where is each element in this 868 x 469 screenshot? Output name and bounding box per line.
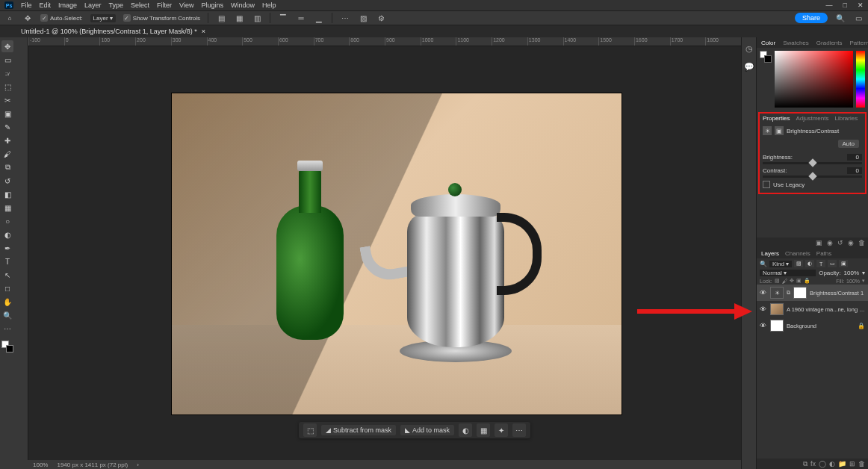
close-tab-icon[interactable]: × bbox=[202, 28, 205, 35]
mask-add-icon[interactable]: ◯ bbox=[819, 460, 826, 468]
fill-value[interactable]: 100% bbox=[846, 279, 860, 284]
align-top-icon[interactable]: ▔ bbox=[278, 13, 288, 23]
artboard[interactable] bbox=[172, 93, 621, 414]
menu-type[interactable]: Type bbox=[109, 1, 124, 9]
layer-mask-thumb[interactable] bbox=[793, 287, 807, 299]
subtract-from-mask-button[interactable]: ◢ Subtract from mask bbox=[321, 425, 396, 435]
lock-icon[interactable]: 🔒 bbox=[858, 323, 865, 329]
tab-adjustments[interactable]: Adjustments bbox=[796, 115, 828, 122]
workspace-icon[interactable]: ▭ bbox=[853, 13, 864, 23]
filter-pixel-icon[interactable]: ▨ bbox=[794, 260, 803, 267]
link-icon[interactable]: ⧉ bbox=[787, 290, 790, 296]
filter-adjust-icon[interactable]: ◐ bbox=[805, 260, 814, 267]
lock-image-icon[interactable]: 🖌 bbox=[782, 279, 787, 284]
lock-artboard-icon[interactable]: ▣ bbox=[796, 278, 802, 284]
visibility-toggle-icon[interactable]: 👁 bbox=[760, 322, 767, 329]
path-tool[interactable]: ↖ bbox=[1, 269, 13, 281]
window-maximize-icon[interactable]: □ bbox=[843, 1, 847, 9]
menu-view[interactable]: View bbox=[179, 1, 193, 9]
move-tool[interactable]: ✥ bbox=[1, 40, 13, 52]
contrast-value[interactable]: 0 bbox=[847, 167, 862, 174]
clip-icon[interactable]: ▣ bbox=[816, 239, 822, 246]
dodge-tool[interactable]: ◐ bbox=[1, 229, 13, 240]
tab-layers[interactable]: Layers bbox=[761, 250, 779, 257]
brush-tool[interactable]: 🖌 bbox=[1, 148, 13, 160]
filter-kind-select[interactable]: Kind ▾ bbox=[769, 261, 792, 267]
blur-tool[interactable]: ○ bbox=[1, 215, 13, 227]
filter-shape-icon[interactable]: ▭ bbox=[828, 260, 837, 267]
status-chevron-icon[interactable]: › bbox=[137, 462, 139, 468]
trash-icon[interactable]: 🗑 bbox=[858, 239, 865, 246]
home-icon[interactable]: ⌂ bbox=[4, 13, 15, 23]
menu-filter[interactable]: Filter bbox=[157, 1, 172, 9]
more-icon[interactable]: ⋯ bbox=[512, 423, 526, 437]
tab-paths[interactable]: Paths bbox=[816, 250, 831, 257]
select-subject-icon[interactable]: ⬚ bbox=[303, 423, 317, 437]
filter-smart-icon[interactable]: ▣ bbox=[839, 260, 848, 267]
comments-panel-icon[interactable]: 💬 bbox=[744, 61, 754, 72]
show-transform-checkbox[interactable]: Show Transform Controls bbox=[123, 14, 200, 22]
color-swatch[interactable] bbox=[1, 341, 13, 352]
menu-select[interactable]: Select bbox=[131, 1, 149, 9]
clone-tool[interactable]: ⧉ bbox=[1, 161, 13, 173]
menu-plugins[interactable]: Plugins bbox=[201, 1, 223, 9]
auto-button[interactable]: Auto bbox=[838, 140, 859, 148]
lock-all-icon[interactable]: 🔒 bbox=[804, 278, 810, 284]
blend-mode-select[interactable]: Normal ▾ bbox=[760, 270, 816, 276]
history-brush-tool[interactable]: ↺ bbox=[1, 175, 13, 187]
reset-icon[interactable]: ↺ bbox=[837, 239, 843, 246]
auto-select-target[interactable]: Layer ▾ bbox=[90, 14, 116, 22]
search-icon[interactable]: 🔍 bbox=[835, 13, 846, 23]
marquee-tool[interactable]: ▭ bbox=[1, 54, 13, 66]
use-legacy-checkbox[interactable]: Use Legacy bbox=[763, 181, 862, 188]
align-left-icon[interactable]: ▤ bbox=[216, 13, 226, 23]
layer-image[interactable]: 👁 A 1960 vintage ma...ne, long shadows bbox=[757, 301, 868, 317]
menu-window[interactable]: Window bbox=[231, 1, 255, 9]
gradient-tool[interactable]: ▦ bbox=[1, 202, 13, 214]
fx-icon[interactable]: fx bbox=[810, 460, 816, 468]
share-button[interactable]: Share bbox=[795, 13, 828, 23]
view-previous-icon[interactable]: ◉ bbox=[827, 239, 833, 246]
visibility-toggle-icon[interactable]: 👁 bbox=[760, 305, 767, 313]
invert-mask-icon[interactable]: ◐ bbox=[459, 423, 472, 437]
layer-name[interactable]: Brightness/Contrast 1 bbox=[810, 290, 865, 296]
new-layer-icon[interactable]: ⊞ bbox=[849, 460, 855, 468]
type-tool[interactable]: T bbox=[1, 255, 13, 267]
zoom-level[interactable]: 100% bbox=[33, 462, 48, 468]
auto-select-checkbox[interactable]: Auto-Select: bbox=[40, 14, 83, 22]
shape-tool[interactable]: □ bbox=[1, 282, 13, 294]
image-layer-thumb[interactable] bbox=[770, 303, 784, 315]
history-panel-icon[interactable]: ◷ bbox=[744, 43, 754, 54]
fg-bg-mini-swatch[interactable] bbox=[760, 51, 772, 63]
menu-file[interactable]: File bbox=[21, 1, 32, 9]
canvas-area[interactable]: -100010020030040050060070080090010001100… bbox=[15, 37, 741, 469]
pen-tool[interactable]: ✒ bbox=[1, 242, 13, 254]
filter-search-icon[interactable]: 🔍 bbox=[760, 261, 767, 267]
tab-gradients[interactable]: Gradients bbox=[816, 40, 843, 46]
add-to-mask-button[interactable]: ◣ Add to mask bbox=[400, 425, 454, 435]
menu-edit[interactable]: Edit bbox=[40, 1, 52, 9]
menu-help[interactable]: Help bbox=[262, 1, 276, 9]
healing-tool[interactable]: ✚ bbox=[1, 134, 13, 146]
mask-icon[interactable]: ▣ bbox=[775, 126, 784, 135]
adjustment-layer-thumb[interactable]: ☀ bbox=[770, 287, 784, 299]
layer-brightness-contrast[interactable]: 👁 ☀ ⧉ Brightness/Contrast 1 bbox=[757, 285, 868, 301]
zoom-tool[interactable]: 🔍 bbox=[1, 309, 13, 321]
hue-slider[interactable] bbox=[856, 51, 865, 108]
more-options-icon[interactable]: ⋯ bbox=[340, 13, 350, 23]
settings-gear-icon[interactable]: ⚙ bbox=[376, 13, 386, 23]
tab-properties[interactable]: Properties bbox=[763, 115, 790, 122]
object-select-tool[interactable]: ⬚ bbox=[1, 81, 13, 93]
tab-libraries[interactable]: Libraries bbox=[835, 115, 858, 122]
lock-transparency-icon[interactable]: ▨ bbox=[775, 278, 780, 284]
menu-image[interactable]: Image bbox=[58, 1, 77, 9]
delete-layer-icon[interactable]: 🗑 bbox=[858, 460, 865, 468]
window-minimize-icon[interactable]: ― bbox=[826, 1, 833, 9]
document-tab[interactable]: Untitled-1 @ 100% (Brightness/Contrast 1… bbox=[15, 28, 211, 35]
tab-channels[interactable]: Channels bbox=[785, 250, 810, 257]
layer-name[interactable]: Background bbox=[787, 323, 855, 329]
align-center-h-icon[interactable]: ▦ bbox=[234, 13, 244, 23]
menu-layer[interactable]: Layer bbox=[84, 1, 102, 9]
layer-name[interactable]: A 1960 vintage ma...ne, long shadows bbox=[787, 306, 865, 313]
group-icon[interactable]: 📁 bbox=[838, 460, 846, 468]
